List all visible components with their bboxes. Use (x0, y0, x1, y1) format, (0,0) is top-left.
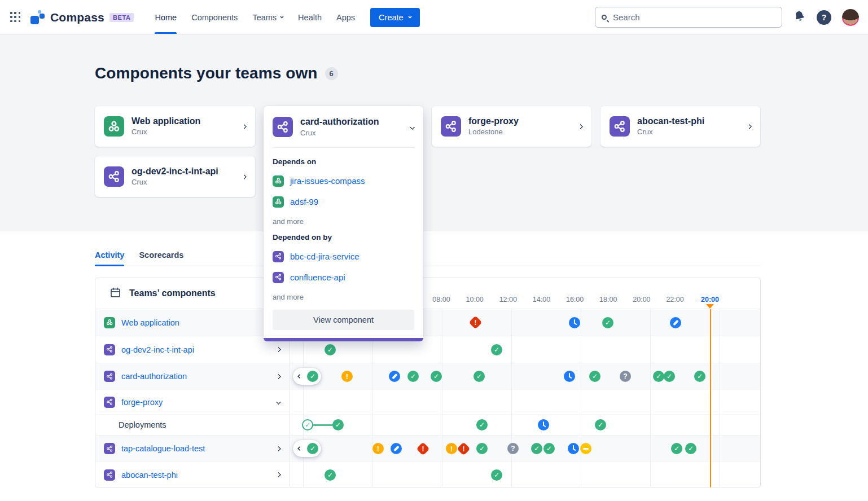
notifications-icon[interactable] (793, 10, 806, 25)
chevron-right-icon[interactable] (242, 124, 247, 129)
row-label-cell: card-authorization (95, 363, 289, 389)
component-card-abocan-test-phi[interactable]: abocan-test-phi Crux (600, 106, 760, 147)
compass-logo[interactable]: Compass BETA (30, 10, 134, 25)
status-pending-icon[interactable] (538, 419, 549, 430)
current-time-line (710, 309, 711, 487)
calendar-icon (109, 287, 121, 301)
dependency-link-confluence-api[interactable]: confluence-api (273, 272, 414, 283)
chevron-right-icon[interactable] (276, 347, 282, 353)
chevron-down-icon[interactable] (410, 124, 415, 130)
chevron-right-icon[interactable] (276, 472, 282, 478)
expanded-card-header[interactable]: card-authorization Crux (264, 106, 423, 147)
scroll-earlier-pill-button[interactable] (293, 440, 321, 457)
chevron-left-icon (297, 446, 302, 451)
scroll-earlier-pill-button[interactable] (293, 368, 321, 385)
status-warning-icon[interactable] (372, 443, 384, 454)
component-link[interactable]: card-authorization (121, 372, 187, 381)
topbar-right: ? (595, 7, 859, 28)
activity-table-header: Teams’ components 08:0010:0012:0014:0016… (95, 278, 760, 309)
status-error-icon[interactable] (457, 442, 470, 455)
component-card-og-dev2-inc-t-int-api[interactable]: og-dev2-inc-t-int-api Crux (95, 156, 255, 197)
chevron-down-icon[interactable] (276, 399, 282, 405)
chevron-right-icon[interactable] (242, 174, 247, 179)
component-card-web-application[interactable]: Web application Crux (95, 106, 255, 147)
row-timeline-cell (289, 462, 760, 487)
status-error-icon[interactable] (468, 315, 482, 329)
status-success-icon (307, 443, 318, 454)
nav-item-teams[interactable]: Teams (245, 8, 291, 27)
chevron-right-icon[interactable] (578, 124, 584, 129)
component-link[interactable]: abocan-test-phi (121, 471, 178, 480)
component-name: Web application (131, 116, 200, 128)
status-success-icon[interactable] (531, 443, 542, 454)
user-avatar[interactable] (842, 9, 859, 26)
status-success-icon[interactable] (476, 443, 488, 454)
team-name: Crux (300, 129, 379, 138)
nav-item-components[interactable]: Components (184, 8, 245, 27)
help-icon[interactable]: ? (817, 10, 831, 25)
nav-item-home[interactable]: Home (147, 8, 184, 27)
status-success-outline-icon[interactable] (302, 419, 313, 430)
create-button[interactable]: Create (370, 8, 420, 27)
search-box[interactable] (595, 7, 782, 28)
status-success-icon[interactable] (325, 469, 336, 481)
status-success-icon[interactable] (543, 443, 555, 454)
component-link[interactable]: tap-catalogue-load-test (121, 444, 205, 453)
status-success-icon[interactable] (589, 371, 600, 382)
status-success-icon[interactable] (671, 443, 682, 454)
status-progress-icon[interactable] (389, 371, 400, 382)
status-success-icon[interactable] (332, 419, 344, 430)
status-pending-icon[interactable] (564, 371, 575, 382)
component-link[interactable]: og-dev2-inc-t-int-api (121, 345, 194, 354)
status-success-icon[interactable] (685, 443, 696, 454)
dependency-link-adsf-99[interactable]: adsf-99 (273, 196, 414, 208)
chevron-right-icon[interactable] (276, 446, 282, 451)
dependency-link-jira-issues-compass[interactable]: jira-issues-compass (273, 175, 414, 187)
row-label-cell: Deployments (95, 415, 289, 435)
application-icon (104, 116, 124, 137)
status-success-icon[interactable] (491, 344, 502, 355)
status-success-icon[interactable] (325, 344, 336, 355)
status-skipped-icon[interactable] (580, 443, 591, 454)
tab-activity[interactable]: Activity (95, 250, 124, 266)
status-success-icon[interactable] (595, 419, 606, 430)
status-progress-icon[interactable] (391, 443, 402, 454)
app-switcher-icon[interactable] (10, 12, 21, 23)
status-warning-icon[interactable] (446, 443, 457, 454)
status-success-icon[interactable] (476, 419, 488, 430)
dependency-link-bbc-cd-jira-service[interactable]: bbc-cd-jira-service (273, 251, 414, 262)
current-time-label: 20:00 (698, 296, 722, 304)
status-pending-icon[interactable] (568, 443, 579, 454)
status-success-icon[interactable] (407, 371, 419, 382)
tab-scorecards[interactable]: Scorecards (139, 250, 183, 266)
status-warning-icon[interactable] (341, 371, 353, 382)
component-link[interactable]: Web application (121, 318, 179, 327)
chevron-right-icon[interactable] (276, 373, 282, 379)
components-count-badge: 6 (325, 67, 338, 80)
status-pending-icon[interactable] (569, 317, 580, 328)
status-error-icon[interactable] (416, 442, 429, 455)
status-unknown-icon[interactable] (507, 443, 519, 454)
status-progress-icon[interactable] (670, 317, 681, 328)
chevron-right-icon[interactable] (747, 124, 752, 129)
depended-on-by-label: Depended on by (273, 233, 414, 241)
view-component-button[interactable]: View component (273, 310, 414, 330)
component-card-forge-proxy[interactable]: forge-proxy Lodestone (432, 106, 591, 147)
and-more-text: and more (273, 293, 414, 301)
component-link[interactable]: forge-proxy (121, 398, 163, 407)
search-input[interactable] (612, 12, 775, 23)
chevron-down-icon (408, 15, 412, 19)
service-icon (273, 251, 284, 262)
status-success-icon[interactable] (653, 371, 664, 382)
status-success-icon[interactable] (664, 371, 675, 382)
status-success-icon[interactable] (694, 371, 705, 382)
team-name: Crux (637, 128, 704, 137)
status-success-icon[interactable] (602, 317, 613, 328)
status-unknown-icon[interactable] (620, 371, 631, 382)
page-title: Components your teams own (95, 64, 318, 82)
nav-item-health[interactable]: Health (291, 8, 329, 27)
status-success-icon[interactable] (474, 371, 485, 382)
nav-item-apps[interactable]: Apps (329, 8, 362, 27)
status-success-icon[interactable] (491, 469, 502, 481)
status-success-icon[interactable] (431, 371, 442, 382)
